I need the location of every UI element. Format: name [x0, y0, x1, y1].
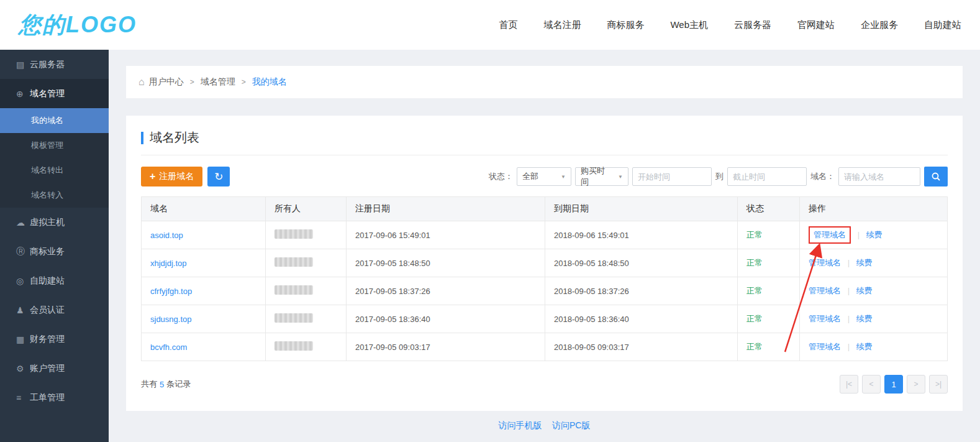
- domain-submenu: 我的域名 模板管理 域名转出 域名转入: [0, 108, 109, 208]
- subitem-label: 我的域名: [31, 115, 63, 126]
- pagination-next-button[interactable]: >: [907, 375, 925, 394]
- top-nav: 首页 域名注册 商标服务 Web主机 云服务器 官网建站 企业服务 自助建站: [499, 19, 961, 31]
- registered-date: 2017-09-05 09:03:17: [347, 333, 545, 361]
- logo: 您的LOGO: [19, 10, 137, 40]
- pagination-prev-button[interactable]: <: [862, 375, 881, 394]
- breadcrumb-domain-management[interactable]: 域名管理: [201, 76, 235, 88]
- nav-cloud-server[interactable]: 云服务器: [734, 19, 771, 31]
- breadcrumb-my-domains[interactable]: 我的域名: [252, 76, 287, 88]
- nav-self-service[interactable]: 自助建站: [924, 19, 961, 31]
- top-header: 您的LOGO 首页 域名注册 商标服务 Web主机 云服务器 官网建站 企业服务…: [0, 0, 980, 50]
- manage-domain-link[interactable]: 管理域名: [809, 314, 841, 323]
- sidebar: ▤ 云服务器 ⊕ 域名管理 我的域名 模板管理 域名转出 域名转入 ☁ 虚拟主机: [0, 50, 109, 442]
- sidebar-item-account-management[interactable]: ⚙ 账户管理: [0, 354, 109, 383]
- status-select-value: 全部: [522, 171, 538, 182]
- manage-domain-link[interactable]: 管理域名: [809, 342, 841, 351]
- title-accent-bar: [141, 132, 143, 144]
- register-domain-button[interactable]: + 注册域名: [141, 167, 202, 186]
- pagination-last-button[interactable]: >|: [929, 375, 948, 394]
- pc-version-link[interactable]: 访问PC版: [552, 420, 590, 430]
- search-icon: [931, 172, 941, 182]
- chevron-down-icon: ▼: [561, 174, 566, 180]
- filter-group: 状态： 全部 ▼ 购买时间 ▼ 到 域名：: [489, 167, 948, 186]
- nav-web-hosting[interactable]: Web主机: [670, 19, 708, 31]
- bottom-links: 访问手机版 访问PC版: [126, 420, 963, 431]
- sidebar-item-cloud-server[interactable]: ▤ 云服务器: [0, 50, 109, 79]
- action-separator: |: [848, 342, 850, 351]
- owner-redacted: [274, 257, 313, 267]
- owner-redacted: [274, 341, 313, 351]
- manage-domain-link[interactable]: 管理域名: [809, 258, 841, 267]
- register-domain-label: 注册域名: [159, 171, 194, 182]
- owner-redacted: [274, 229, 313, 239]
- time-type-select[interactable]: 购买时间 ▼: [575, 167, 628, 186]
- sidebar-subitem-my-domains[interactable]: 我的域名: [0, 108, 109, 133]
- start-date-input[interactable]: [632, 167, 712, 186]
- action-separator: |: [848, 258, 850, 267]
- owner-redacted: [274, 313, 313, 323]
- table-row: cfrfyjfgh.top 2017-09-05 18:37:26 2018-0…: [142, 277, 948, 305]
- sidebar-item-trademark-business[interactable]: Ⓡ 商标业务: [0, 237, 109, 266]
- status-badge: 正常: [746, 342, 763, 351]
- domain-link[interactable]: sjdusng.top: [150, 315, 192, 324]
- action-separator: |: [848, 286, 850, 295]
- col-header-expires: 到期日期: [545, 197, 738, 221]
- sidebar-subitem-template-management[interactable]: 模板管理: [0, 133, 109, 158]
- sidebar-subitem-domain-transfer-out[interactable]: 域名转出: [0, 158, 109, 183]
- chevron-down-icon: ▼: [618, 174, 623, 180]
- renew-link[interactable]: 续费: [856, 314, 873, 323]
- sidebar-item-site-builder[interactable]: ◎ 自助建站: [0, 266, 109, 295]
- manage-domain-link[interactable]: 管理域名: [809, 286, 841, 295]
- end-date-input[interactable]: [727, 167, 807, 186]
- table-footer: 共有 5 条记录 |< < 1 > >|: [141, 375, 948, 394]
- owner-redacted: [274, 285, 313, 295]
- col-header-domain: 域名: [142, 197, 266, 221]
- sidebar-item-domain-management[interactable]: ⊕ 域名管理: [0, 79, 109, 108]
- nav-home[interactable]: 首页: [499, 19, 517, 31]
- domain-link[interactable]: bcvfh.com: [150, 343, 187, 352]
- renew-link[interactable]: 续费: [856, 342, 873, 351]
- nav-enterprise[interactable]: 企业服务: [861, 19, 898, 31]
- renew-link[interactable]: 续费: [856, 258, 873, 267]
- subitem-label: 模板管理: [31, 140, 63, 151]
- pagination-page-1-button[interactable]: 1: [884, 375, 903, 394]
- table-row: sjdusng.top 2017-09-05 18:36:40 2018-09-…: [142, 305, 948, 333]
- status-select[interactable]: 全部 ▼: [517, 167, 571, 186]
- manage-domain-link[interactable]: 管理域名: [814, 230, 846, 239]
- pagination-first-button[interactable]: |<: [840, 375, 858, 394]
- renew-link[interactable]: 续费: [866, 230, 882, 239]
- breadcrumb-separator: >: [190, 78, 194, 86]
- sidebar-item-label: 自助建站: [30, 275, 65, 287]
- registered-date: 2017-09-05 18:36:40: [347, 305, 545, 333]
- status-filter-label: 状态：: [489, 171, 513, 182]
- domain-link[interactable]: asoid.top: [150, 231, 183, 240]
- domain-table: 域名 所有人 注册日期 到期日期 状态 操作 asoid.top 2017-09…: [141, 196, 948, 361]
- total-suffix: 条记录: [166, 379, 191, 390]
- nav-trademark[interactable]: 商标服务: [607, 19, 644, 31]
- sidebar-item-member-verification[interactable]: ♟ 会员认证: [0, 295, 109, 325]
- search-button[interactable]: [924, 167, 948, 186]
- sidebar-subitem-domain-transfer-in[interactable]: 域名转入: [0, 183, 109, 208]
- table-header-row: 域名 所有人 注册日期 到期日期 状态 操作: [142, 197, 948, 221]
- sidebar-item-label: 云服务器: [30, 59, 65, 70]
- domain-link[interactable]: xhjdjdj.top: [150, 259, 187, 268]
- refresh-button[interactable]: ↻: [207, 167, 230, 186]
- table-row: asoid.top 2017-09-06 15:49:01 2018-09-06…: [142, 221, 948, 249]
- action-separator: |: [848, 314, 850, 323]
- domain-link[interactable]: cfrfyjfgh.top: [150, 287, 192, 296]
- sidebar-item-finance-management[interactable]: ▦ 财务管理: [0, 325, 109, 354]
- mobile-version-link[interactable]: 访问手机版: [499, 420, 542, 430]
- sidebar-item-ticket-management[interactable]: ≡ 工单管理: [0, 383, 109, 412]
- breadcrumb-user-center[interactable]: 用户中心: [149, 76, 184, 88]
- sidebar-item-label: 域名管理: [30, 88, 65, 99]
- sidebar-item-virtual-hosting[interactable]: ☁ 虚拟主机: [0, 208, 109, 237]
- subitem-label: 域名转入: [31, 190, 63, 201]
- domain-filter-label: 域名：: [810, 171, 835, 182]
- action-separator: |: [858, 230, 860, 239]
- renew-link[interactable]: 续费: [856, 286, 873, 295]
- sidebar-item-label: 账户管理: [30, 363, 65, 374]
- gear-icon: ⚙: [16, 364, 30, 374]
- domain-search-input[interactable]: [838, 167, 920, 186]
- nav-domain-register[interactable]: 域名注册: [543, 19, 581, 31]
- nav-site-builder[interactable]: 官网建站: [797, 19, 835, 31]
